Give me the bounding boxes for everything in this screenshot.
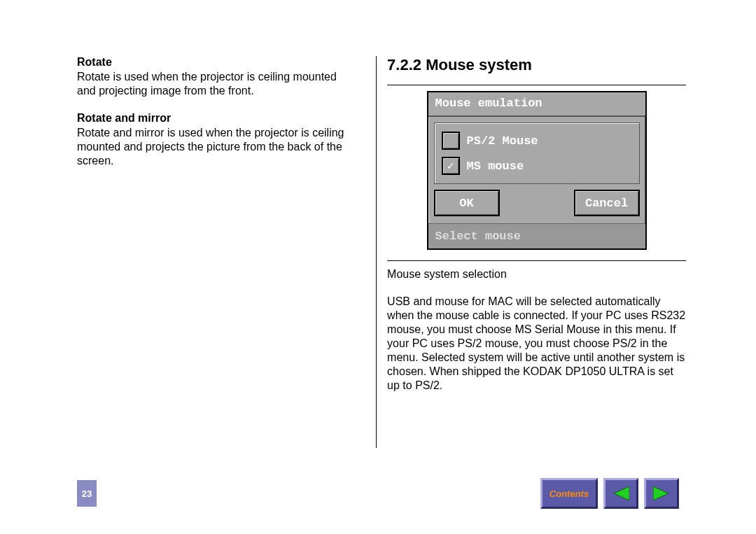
right-column: 7.2.2 Mouse system Mouse emulation PS/2 … (387, 56, 686, 448)
dialog-options-group: PS/2 Mouse ✓ MS mouse (434, 122, 640, 184)
heading-rule (387, 85, 686, 85)
rotate-mirror-body: Rotate and mirror is used when the proje… (77, 126, 355, 168)
option-msmouse[interactable]: ✓ MS mouse (442, 157, 632, 175)
option-ps2-label: PS/2 Mouse (467, 134, 538, 148)
dialog-button-row: OK Cancel (428, 190, 645, 223)
contents-button[interactable]: Contents (540, 478, 598, 509)
figure-caption: Mouse system selection (387, 268, 686, 281)
section-heading: 7.2.2 Mouse system (387, 56, 686, 74)
cancel-button[interactable]: Cancel (574, 190, 640, 216)
page-content: Rotate Rotate is used when the projector… (0, 0, 756, 448)
svg-marker-1 (653, 486, 668, 500)
next-page-button[interactable] (644, 478, 679, 509)
checkbox-msmouse[interactable]: ✓ (442, 157, 460, 175)
mouse-emulation-dialog: Mouse emulation PS/2 Mouse ✓ MS mouse OK… (427, 91, 647, 250)
arrow-right-icon (653, 486, 670, 500)
option-ps2[interactable]: PS/2 Mouse (442, 132, 632, 150)
column-divider (376, 56, 377, 448)
page-footer: 23 Contents (77, 478, 679, 509)
ok-button[interactable]: OK (434, 190, 500, 216)
page-number: 23 (77, 480, 97, 507)
svg-marker-0 (614, 486, 629, 500)
caption-rule (387, 260, 686, 261)
rotate-mirror-title: Rotate and mirror (77, 112, 355, 125)
arrow-left-icon (612, 486, 629, 500)
rotate-body: Rotate is used when the projector is cei… (77, 70, 355, 98)
checkbox-ps2[interactable] (442, 132, 460, 150)
left-column: Rotate Rotate is used when the projector… (77, 56, 365, 448)
rotate-title: Rotate (77, 56, 355, 69)
nav-button-group: Contents (540, 478, 679, 509)
option-msmouse-label: MS mouse (467, 160, 524, 173)
prev-page-button[interactable] (603, 478, 638, 509)
dialog-title: Mouse emulation (428, 92, 645, 117)
mouse-system-body: USB and mouse for MAC will be selected a… (387, 295, 686, 393)
dialog-status: Select mouse (428, 223, 645, 248)
